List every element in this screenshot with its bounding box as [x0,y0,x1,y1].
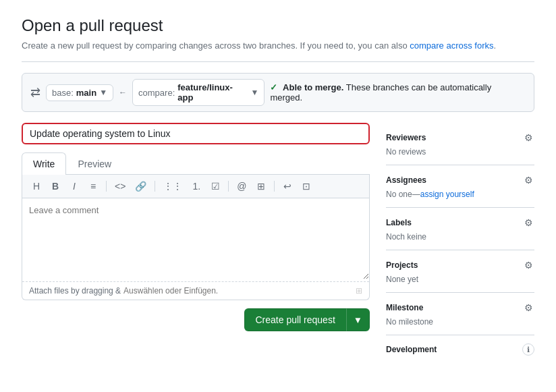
base-chevron-icon: ▼ [99,88,107,97]
sidebar-development: Development ℹ [386,335,534,366]
projects-gear-button[interactable]: ⚙ [523,258,534,272]
projects-value: None yet [386,275,534,284]
branch-bar: ⇄ base: main ▼ ← compare: feature/linux-… [22,73,534,112]
milestone-gear-button[interactable]: ⚙ [523,301,534,314]
unordered-list-button[interactable]: ⋮⋮ [161,179,185,194]
sidebar-assignees: Assignees ⚙ No one—assign yourself [386,165,534,208]
bold-button[interactable]: B [48,179,63,194]
undo-button[interactable]: ↩ [280,179,295,194]
base-branch-select[interactable]: base: main ▼ [46,84,113,101]
right-panel: Reviewers ⚙ No reviews Assignees ⚙ No on… [386,123,534,366]
assignees-header: Assignees ⚙ [386,173,534,187]
reviewers-title: Reviewers [386,133,426,142]
branch-bar-left: ⇄ base: main ▼ ← compare: feature/linux-… [30,79,265,106]
mention-button[interactable]: @ [234,179,249,194]
left-panel: Write Preview H B I ≡ <> 🔗 ⋮⋮ 1. ☑ [22,123,370,366]
labels-title: Labels [386,218,412,227]
branch-arrow-icon: ← [119,88,127,97]
dropdown-arrow-icon: ▼ [354,315,362,325]
create-pull-request-dropdown-button[interactable]: ▼ [347,308,370,331]
merge-check-icon: ✓ [270,82,277,92]
task-list-button[interactable]: ☑ [208,179,223,194]
pr-title-input[interactable] [22,123,370,144]
sidebar-labels: Labels ⚙ Noch keine [386,208,534,250]
assignees-value: No one—assign yourself [386,190,534,199]
create-btn-group: Create pull request ▼ [244,308,370,331]
editor-area: H B I ≡ <> 🔗 ⋮⋮ 1. ☑ @ ⊞ ↩ ⊡ [22,175,370,300]
tab-preview[interactable]: Preview [66,152,123,175]
link-button[interactable]: 🔗 [132,179,149,194]
reviewers-value: No reviews [386,147,534,157]
page-subtitle: Create a new pull request by comparing c… [22,40,534,51]
attach-file-input[interactable] [123,286,225,296]
toolbar-divider-3 [228,181,229,192]
list-alt-button[interactable]: ≡ [86,179,101,194]
milestone-value: No milestone [386,317,534,327]
create-pull-request-button[interactable]: Create pull request [244,308,347,331]
compare-forks-link[interactable]: compare across forks [410,40,493,51]
attach-text: Attach files by dragging & [29,286,225,296]
comment-textarea[interactable] [22,198,369,279]
sync-icon: ⇄ [30,85,40,100]
labels-value: Noch keine [386,232,534,242]
code-button[interactable]: <> [112,179,128,194]
projects-title: Projects [386,260,418,270]
assignees-gear-button[interactable]: ⚙ [523,173,534,187]
development-title: Development [386,345,437,354]
development-info-button[interactable]: ℹ [522,343,534,356]
sidebar-reviewers: Reviewers ⚙ No reviews [386,123,534,165]
italic-button[interactable]: I [67,179,82,194]
assignees-title: Assignees [386,175,426,185]
base-branch-value: main [76,88,96,98]
milestone-header: Milestone ⚙ [386,301,534,314]
projects-header: Projects ⚙ [386,258,534,272]
merge-status: ✓ Able to merge. These branches can be a… [270,82,526,103]
attach-bar: Attach files by dragging & ⊞ [22,281,369,300]
labels-gear-button[interactable]: ⚙ [523,216,534,229]
sidebar-milestone: Milestone ⚙ No milestone [386,293,534,335]
compare-chevron-icon: ▼ [251,88,259,97]
create-btn-container: Create pull request ▼ [22,308,370,331]
reviewers-gear-button[interactable]: ⚙ [523,131,534,144]
divider [22,61,534,62]
toolbar-divider-1 [106,181,107,192]
compare-branch-value: feature/linux-app [177,82,248,103]
compare-branch-select[interactable]: compare: feature/linux-app ▼ [132,79,265,106]
base-label: base: [52,88,74,98]
tab-write[interactable]: Write [22,152,66,175]
milestone-title: Milestone [386,303,423,312]
reference-button[interactable]: ⊞ [254,179,269,194]
compare-label: compare: [138,88,175,98]
toolbar-divider-4 [274,181,275,192]
fullscreen-button[interactable]: ⊡ [299,179,314,194]
editor-tabs: Write Preview [22,152,370,175]
main-layout: Write Preview H B I ≡ <> 🔗 ⋮⋮ 1. ☑ [22,123,534,366]
editor-toolbar: H B I ≡ <> 🔗 ⋮⋮ 1. ☑ @ ⊞ ↩ ⊡ [22,175,369,198]
assign-yourself-link[interactable]: assign yourself [420,190,474,199]
development-header: Development ℹ [386,343,534,356]
reviewers-header: Reviewers ⚙ [386,131,534,144]
labels-header: Labels ⚙ [386,216,534,229]
resize-handle-icon: ⊞ [356,286,362,296]
heading-button[interactable]: H [29,179,44,194]
sidebar-projects: Projects ⚙ None yet [386,250,534,293]
merge-status-bold: Able to merge. [283,82,343,92]
ordered-list-button[interactable]: 1. [189,179,204,194]
toolbar-divider-2 [155,181,155,192]
page-title: Open a pull request [22,16,534,35]
